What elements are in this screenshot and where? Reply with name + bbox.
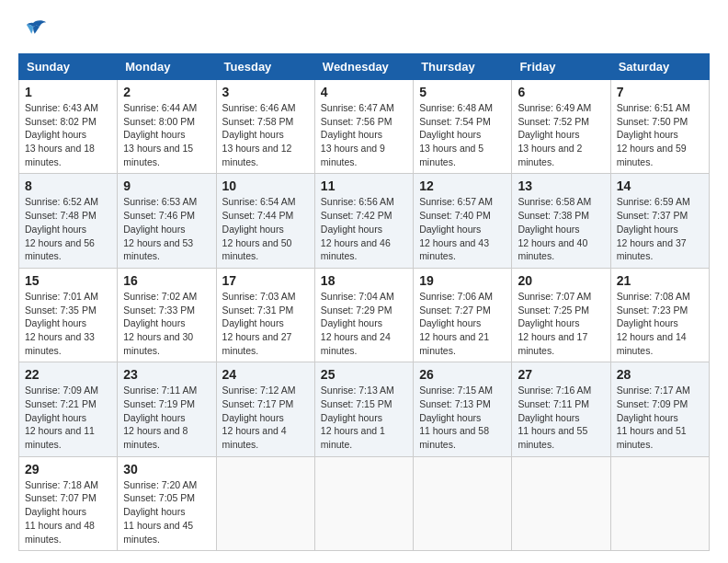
day-info: Sunrise: 6:56 AM Sunset: 7:42 PM Dayligh…: [321, 195, 407, 262]
day-info: Sunrise: 7:20 AM Sunset: 7:05 PM Dayligh…: [123, 478, 210, 546]
calendar-cell: 30 Sunrise: 7:20 AM Sunset: 7:05 PM Dayl…: [118, 456, 216, 550]
calendar-week-row: 15 Sunrise: 7:01 AM Sunset: 7:35 PM Dayl…: [19, 268, 710, 362]
calendar-week-row: 29 Sunrise: 7:18 AM Sunset: 7:07 PM Dayl…: [19, 456, 710, 550]
calendar-cell: 6 Sunrise: 6:49 AM Sunset: 7:52 PM Dayli…: [512, 80, 610, 174]
calendar-week-row: 1 Sunrise: 6:43 AM Sunset: 8:02 PM Dayli…: [19, 80, 710, 174]
calendar-cell: [414, 456, 512, 550]
day-number: 24: [222, 367, 309, 382]
weekday-header: Wednesday: [314, 54, 413, 80]
calendar-cell: 1 Sunrise: 6:43 AM Sunset: 8:02 PM Dayli…: [19, 80, 118, 174]
calendar-cell: [314, 456, 413, 550]
day-number: 5: [419, 85, 506, 99]
calendar-cell: 18 Sunrise: 7:04 AM Sunset: 7:29 PM Dayl…: [314, 268, 413, 362]
logo-icon: [18, 18, 48, 44]
day-info: Sunrise: 7:01 AM Sunset: 7:35 PM Dayligh…: [25, 290, 111, 357]
day-number: 26: [419, 367, 506, 382]
calendar-cell: 23 Sunrise: 7:11 AM Sunset: 7:19 PM Dayl…: [118, 362, 216, 456]
calendar-cell: 13 Sunrise: 6:58 AM Sunset: 7:38 PM Dayl…: [512, 174, 610, 268]
calendar-cell: [216, 456, 314, 550]
day-number: 20: [518, 273, 604, 288]
day-info: Sunrise: 7:04 AM Sunset: 7:29 PM Dayligh…: [321, 290, 407, 357]
day-number: 10: [222, 178, 309, 193]
day-number: 30: [123, 462, 210, 477]
day-number: 19: [419, 273, 506, 288]
calendar-cell: 14 Sunrise: 6:59 AM Sunset: 7:37 PM Dayl…: [610, 174, 709, 268]
calendar-cell: 7 Sunrise: 6:51 AM Sunset: 7:50 PM Dayli…: [610, 80, 709, 174]
day-number: 22: [25, 367, 111, 382]
day-number: 12: [419, 178, 506, 193]
day-info: Sunrise: 6:52 AM Sunset: 7:48 PM Dayligh…: [25, 195, 111, 262]
calendar-cell: 22 Sunrise: 7:09 AM Sunset: 7:21 PM Dayl…: [19, 362, 118, 456]
calendar-week-row: 8 Sunrise: 6:52 AM Sunset: 7:48 PM Dayli…: [19, 174, 710, 268]
day-number: 23: [123, 367, 210, 382]
calendar-cell: 8 Sunrise: 6:52 AM Sunset: 7:48 PM Dayli…: [19, 174, 118, 268]
calendar-week-row: 22 Sunrise: 7:09 AM Sunset: 7:21 PM Dayl…: [19, 362, 710, 456]
calendar-cell: 19 Sunrise: 7:06 AM Sunset: 7:27 PM Dayl…: [414, 268, 512, 362]
day-info: Sunrise: 7:08 AM Sunset: 7:23 PM Dayligh…: [617, 290, 703, 357]
calendar-cell: 24 Sunrise: 7:12 AM Sunset: 7:17 PM Dayl…: [216, 362, 314, 456]
day-number: 17: [222, 273, 309, 288]
calendar-cell: 2 Sunrise: 6:44 AM Sunset: 8:00 PM Dayli…: [118, 80, 216, 174]
day-number: 21: [617, 273, 703, 288]
day-number: 9: [123, 178, 210, 193]
calendar-cell: 21 Sunrise: 7:08 AM Sunset: 7:23 PM Dayl…: [610, 268, 709, 362]
calendar-cell: 12 Sunrise: 6:57 AM Sunset: 7:40 PM Dayl…: [414, 174, 512, 268]
day-number: 25: [321, 367, 407, 382]
day-number: 29: [25, 462, 111, 477]
day-info: Sunrise: 7:02 AM Sunset: 7:33 PM Dayligh…: [123, 290, 210, 357]
calendar-cell: 9 Sunrise: 6:53 AM Sunset: 7:46 PM Dayli…: [118, 174, 216, 268]
day-info: Sunrise: 6:47 AM Sunset: 7:56 PM Dayligh…: [321, 101, 407, 168]
day-info: Sunrise: 7:18 AM Sunset: 7:07 PM Dayligh…: [25, 478, 111, 546]
calendar-cell: [512, 456, 610, 550]
day-info: Sunrise: 7:06 AM Sunset: 7:27 PM Dayligh…: [419, 290, 506, 357]
day-info: Sunrise: 6:48 AM Sunset: 7:54 PM Dayligh…: [419, 101, 506, 168]
day-number: 8: [25, 178, 111, 193]
page-header: [18, 18, 710, 44]
day-number: 4: [321, 85, 407, 99]
day-info: Sunrise: 6:46 AM Sunset: 7:58 PM Dayligh…: [222, 101, 309, 168]
weekday-header: Monday: [118, 54, 216, 80]
day-number: 11: [321, 178, 407, 193]
calendar-table: SundayMondayTuesdayWednesdayThursdayFrid…: [18, 53, 710, 551]
calendar-cell: 29 Sunrise: 7:18 AM Sunset: 7:07 PM Dayl…: [19, 456, 118, 550]
day-info: Sunrise: 7:13 AM Sunset: 7:15 PM Dayligh…: [321, 384, 407, 451]
calendar-cell: 20 Sunrise: 7:07 AM Sunset: 7:25 PM Dayl…: [512, 268, 610, 362]
day-info: Sunrise: 7:15 AM Sunset: 7:13 PM Dayligh…: [419, 384, 506, 451]
day-number: 2: [123, 85, 210, 99]
day-number: 27: [518, 367, 604, 382]
day-number: 15: [25, 273, 111, 288]
calendar-cell: 26 Sunrise: 7:15 AM Sunset: 7:13 PM Dayl…: [414, 362, 512, 456]
calendar-header-row: SundayMondayTuesdayWednesdayThursdayFrid…: [19, 54, 710, 80]
calendar-cell: [610, 456, 709, 550]
day-info: Sunrise: 6:54 AM Sunset: 7:44 PM Dayligh…: [222, 195, 309, 262]
calendar-cell: 15 Sunrise: 7:01 AM Sunset: 7:35 PM Dayl…: [19, 268, 118, 362]
day-info: Sunrise: 7:03 AM Sunset: 7:31 PM Dayligh…: [222, 290, 309, 357]
weekday-header: Sunday: [19, 54, 118, 80]
day-info: Sunrise: 7:17 AM Sunset: 7:09 PM Dayligh…: [617, 384, 703, 451]
logo: [18, 18, 51, 44]
day-info: Sunrise: 6:49 AM Sunset: 7:52 PM Dayligh…: [518, 101, 604, 168]
calendar-cell: 16 Sunrise: 7:02 AM Sunset: 7:33 PM Dayl…: [118, 268, 216, 362]
day-number: 7: [617, 85, 703, 99]
weekday-header: Friday: [512, 54, 610, 80]
day-number: 1: [25, 85, 111, 99]
day-number: 18: [321, 273, 407, 288]
calendar-cell: 5 Sunrise: 6:48 AM Sunset: 7:54 PM Dayli…: [414, 80, 512, 174]
calendar-cell: 25 Sunrise: 7:13 AM Sunset: 7:15 PM Dayl…: [314, 362, 413, 456]
day-info: Sunrise: 7:11 AM Sunset: 7:19 PM Dayligh…: [123, 384, 210, 451]
calendar-cell: 11 Sunrise: 6:56 AM Sunset: 7:42 PM Dayl…: [314, 174, 413, 268]
day-info: Sunrise: 6:59 AM Sunset: 7:37 PM Dayligh…: [617, 195, 703, 262]
day-info: Sunrise: 7:16 AM Sunset: 7:11 PM Dayligh…: [518, 384, 604, 451]
weekday-header: Thursday: [414, 54, 512, 80]
day-number: 14: [617, 178, 703, 193]
calendar-cell: 3 Sunrise: 6:46 AM Sunset: 7:58 PM Dayli…: [216, 80, 314, 174]
day-info: Sunrise: 7:07 AM Sunset: 7:25 PM Dayligh…: [518, 290, 604, 357]
calendar-cell: 17 Sunrise: 7:03 AM Sunset: 7:31 PM Dayl…: [216, 268, 314, 362]
calendar-cell: 10 Sunrise: 6:54 AM Sunset: 7:44 PM Dayl…: [216, 174, 314, 268]
calendar-cell: 27 Sunrise: 7:16 AM Sunset: 7:11 PM Dayl…: [512, 362, 610, 456]
day-info: Sunrise: 7:09 AM Sunset: 7:21 PM Dayligh…: [25, 384, 111, 451]
day-info: Sunrise: 6:51 AM Sunset: 7:50 PM Dayligh…: [617, 101, 703, 168]
day-number: 6: [518, 85, 604, 99]
day-number: 3: [222, 85, 309, 99]
day-info: Sunrise: 6:53 AM Sunset: 7:46 PM Dayligh…: [123, 195, 210, 262]
